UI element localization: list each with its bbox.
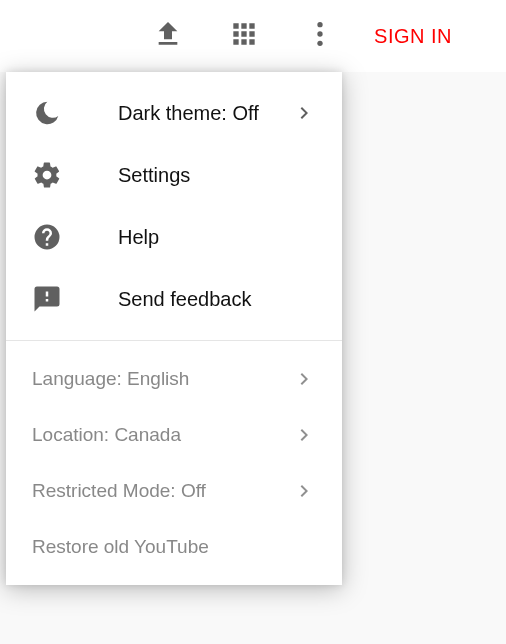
- language-menu-item[interactable]: Language: English: [6, 351, 342, 407]
- header-bar: SIGN IN: [0, 0, 506, 72]
- feedback-label: Send feedback: [118, 288, 316, 311]
- more-vertical-icon: [304, 18, 336, 54]
- menu-primary-section: Dark theme: Off Settings Help Send feedb…: [6, 72, 342, 340]
- language-label: Language: English: [32, 368, 292, 390]
- dark-theme-label: Dark theme: Off: [118, 102, 292, 125]
- svg-point-2: [317, 41, 322, 46]
- svg-point-1: [317, 31, 322, 36]
- upload-icon: [152, 18, 184, 54]
- restore-old-menu-item[interactable]: Restore old YouTube: [6, 519, 342, 575]
- apps-grid-icon: [228, 18, 260, 54]
- restricted-mode-label: Restricted Mode: Off: [32, 480, 292, 502]
- chevron-right-icon: [292, 479, 316, 503]
- dark-theme-menu-item[interactable]: Dark theme: Off: [6, 82, 342, 144]
- more-options-button[interactable]: [292, 8, 348, 64]
- help-menu-item[interactable]: Help: [6, 206, 342, 268]
- chevron-right-icon: [292, 367, 316, 391]
- upload-button[interactable]: [140, 8, 196, 64]
- gear-icon: [32, 160, 62, 190]
- chevron-right-icon: [292, 101, 316, 125]
- moon-icon: [32, 98, 62, 128]
- apps-button[interactable]: [216, 8, 272, 64]
- settings-dropdown: Dark theme: Off Settings Help Send feedb…: [6, 72, 342, 585]
- restore-old-label: Restore old YouTube: [32, 536, 316, 558]
- settings-menu-item[interactable]: Settings: [6, 144, 342, 206]
- location-menu-item[interactable]: Location: Canada: [6, 407, 342, 463]
- settings-label: Settings: [118, 164, 316, 187]
- help-label: Help: [118, 226, 316, 249]
- menu-secondary-section: Language: English Location: Canada Restr…: [6, 341, 342, 585]
- feedback-menu-item[interactable]: Send feedback: [6, 268, 342, 330]
- feedback-icon: [32, 284, 62, 314]
- svg-point-0: [317, 22, 322, 27]
- help-icon: [32, 222, 62, 252]
- location-label: Location: Canada: [32, 424, 292, 446]
- restricted-mode-menu-item[interactable]: Restricted Mode: Off: [6, 463, 342, 519]
- sign-in-button[interactable]: SIGN IN: [368, 25, 458, 48]
- chevron-right-icon: [292, 423, 316, 447]
